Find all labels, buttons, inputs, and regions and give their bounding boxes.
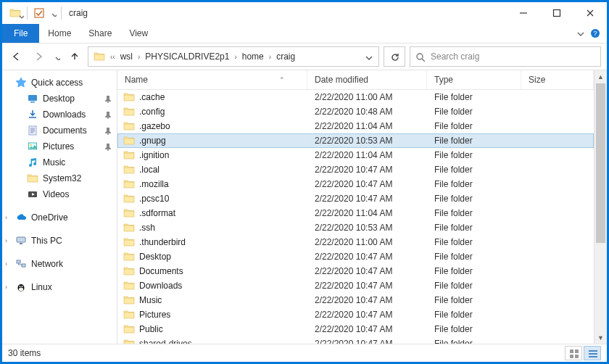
breadcrumb-dropdown-icon[interactable] bbox=[360, 52, 376, 61]
ribbon-tab-home[interactable]: Home bbox=[39, 24, 80, 43]
crumb-home[interactable]: home bbox=[240, 51, 266, 62]
sidebar-item-videos[interactable]: Videos bbox=[2, 186, 117, 202]
close-button[interactable] bbox=[573, 2, 607, 24]
network-icon bbox=[15, 258, 27, 270]
column-header-size[interactable]: Size bbox=[521, 70, 594, 89]
file-row[interactable]: Documents2/22/2020 10:47 AMFile folder bbox=[117, 264, 594, 278]
file-row[interactable]: .config2/22/2020 10:48 AMFile folder bbox=[117, 104, 594, 119]
downloads-icon bbox=[27, 109, 38, 120]
sidebar-item-music[interactable]: Music bbox=[2, 154, 117, 170]
nav-history-dropdown[interactable] bbox=[51, 46, 62, 67]
chevron-right-icon[interactable]: › bbox=[5, 237, 7, 244]
column-header-type[interactable]: Type bbox=[427, 70, 521, 89]
folder-icon bbox=[123, 164, 135, 175]
file-row[interactable]: .sdformat2/22/2020 11:04 AMFile folder bbox=[117, 206, 594, 220]
cloud-icon bbox=[15, 212, 27, 223]
view-large-icons-button[interactable] bbox=[565, 346, 582, 360]
pin-icon bbox=[102, 110, 111, 119]
column-header-name[interactable]: Name ⌃ bbox=[117, 70, 307, 89]
sidebar-linux[interactable]: › Linux bbox=[2, 279, 117, 295]
pc-icon bbox=[15, 235, 27, 247]
ribbon-expand-icon[interactable] bbox=[575, 28, 585, 38]
navigation-pane[interactable]: Quick access DesktopDownloadsDocumentsPi… bbox=[2, 70, 117, 344]
nav-back-button[interactable] bbox=[8, 46, 25, 67]
file-name: .ssh bbox=[139, 223, 155, 233]
column-label: Type bbox=[434, 75, 453, 85]
folder-icon bbox=[123, 135, 135, 146]
file-row[interactable]: .gnupg2/22/2020 10:53 AMFile folder bbox=[117, 133, 594, 148]
search-input[interactable] bbox=[429, 51, 596, 62]
maximize-button[interactable] bbox=[540, 2, 573, 24]
file-row[interactable]: .pcsc102/22/2020 10:47 AMFile folder bbox=[117, 191, 594, 206]
file-row[interactable]: .ignition2/22/2020 11:04 AMFile folder bbox=[117, 148, 594, 162]
file-date: 2/22/2020 10:47 AM bbox=[307, 266, 427, 276]
scroll-down-button[interactable]: ▼ bbox=[594, 331, 607, 344]
chevron-right-icon[interactable]: › bbox=[136, 53, 141, 61]
file-name: .gnupg bbox=[139, 136, 166, 146]
sidebar-item-label: Documents bbox=[43, 125, 87, 136]
file-row[interactable]: shared-drives2/22/2020 10:47 AMFile fold… bbox=[117, 336, 594, 344]
sidebar-item-label: Downloads bbox=[43, 109, 86, 120]
ribbon-tab-view[interactable]: View bbox=[120, 24, 157, 43]
sidebar-item-desktop[interactable]: Desktop bbox=[2, 91, 117, 107]
vertical-scrollbar[interactable]: ▲ ▼ bbox=[594, 70, 607, 344]
file-row[interactable]: .thunderbird2/22/2020 11:00 AMFile folde… bbox=[117, 235, 594, 249]
sidebar-network[interactable]: › Network bbox=[2, 256, 117, 272]
refresh-button[interactable] bbox=[384, 46, 405, 67]
sidebar-item-system32[interactable]: System32 bbox=[2, 170, 117, 186]
file-row[interactable]: .mozilla2/22/2020 10:47 AMFile folder bbox=[117, 177, 594, 191]
chevron-right-icon[interactable]: › bbox=[5, 214, 7, 221]
qat-properties-icon[interactable] bbox=[30, 4, 48, 22]
chevron-right-icon[interactable]: › bbox=[268, 53, 273, 61]
scroll-thumb[interactable] bbox=[596, 83, 605, 243]
sidebar-quick-access[interactable]: Quick access bbox=[2, 75, 117, 91]
ribbon-file-tab[interactable]: File bbox=[2, 24, 39, 43]
file-name: .pcsc10 bbox=[139, 194, 169, 204]
file-name: .config bbox=[139, 107, 165, 117]
crumb-label: home bbox=[242, 51, 264, 62]
breadcrumb-root-icon[interactable] bbox=[91, 51, 107, 62]
nav-forward-button[interactable] bbox=[30, 46, 47, 67]
chevron-right-icon[interactable]: › bbox=[5, 260, 7, 268]
folder-icon bbox=[123, 178, 135, 190]
file-row[interactable]: .ssh2/22/2020 10:53 AMFile folder bbox=[117, 220, 594, 235]
file-row[interactable]: Music2/22/2020 10:47 AMFile folder bbox=[117, 293, 594, 307]
file-row[interactable]: .gazebo2/22/2020 11:04 AMFile folder bbox=[117, 119, 594, 133]
sidebar-onedrive[interactable]: › OneDrive bbox=[2, 210, 117, 226]
sidebar-this-pc[interactable]: › This PC bbox=[2, 233, 117, 249]
sidebar-item-pictures[interactable]: Pictures bbox=[2, 138, 117, 154]
sort-asc-icon: ⌃ bbox=[279, 76, 307, 83]
crumb-craig[interactable]: craig bbox=[274, 51, 297, 62]
sidebar-item-documents[interactable]: Documents bbox=[2, 123, 117, 138]
file-row[interactable]: Pictures2/22/2020 10:47 AMFile folder bbox=[117, 307, 594, 322]
file-type: File folder bbox=[427, 237, 521, 247]
chevron-right-icon[interactable]: › bbox=[233, 53, 238, 61]
folder-icon bbox=[123, 294, 135, 306]
crumb-wsl[interactable]: wsl bbox=[118, 51, 135, 62]
file-row[interactable]: .local2/22/2020 10:47 AMFile folder bbox=[117, 162, 594, 177]
file-row[interactable]: Desktop2/22/2020 10:47 AMFile folder bbox=[117, 249, 594, 264]
minimize-button[interactable] bbox=[507, 2, 540, 24]
crumb-drive[interactable]: PHYSICALDRIVE2p1 bbox=[143, 51, 231, 62]
file-row[interactable]: Downloads2/22/2020 10:47 AMFile folder bbox=[117, 278, 594, 293]
file-name: Desktop bbox=[139, 252, 171, 262]
file-row[interactable]: Public2/22/2020 10:47 AMFile folder bbox=[117, 322, 594, 336]
breadcrumb[interactable]: ‹‹ wsl › PHYSICALDRIVE2p1 › home › craig bbox=[88, 46, 379, 67]
status-bar: 30 items bbox=[2, 344, 607, 362]
file-date: 2/22/2020 10:47 AM bbox=[307, 165, 427, 175]
help-icon[interactable] bbox=[589, 28, 601, 39]
column-header-date[interactable]: Date modified bbox=[307, 70, 427, 89]
sidebar-item-downloads[interactable]: Downloads bbox=[2, 107, 117, 123]
chevron-right-icon[interactable]: › bbox=[5, 284, 7, 291]
scroll-up-button[interactable]: ▲ bbox=[594, 70, 607, 83]
qat-dropdown-icon[interactable] bbox=[48, 4, 58, 22]
file-name: .mozilla bbox=[139, 179, 169, 189]
view-details-button[interactable] bbox=[584, 346, 601, 360]
status-item-count: 30 items bbox=[8, 348, 41, 358]
file-list-view[interactable]: Name ⌃ Date modified Type Size .cache2/2… bbox=[117, 70, 594, 344]
file-row[interactable]: .cache2/22/2020 11:00 AMFile folder bbox=[117, 90, 594, 104]
search-box[interactable] bbox=[410, 46, 601, 67]
nav-up-button[interactable] bbox=[66, 46, 83, 67]
chevron-left-icon[interactable]: ‹‹ bbox=[109, 53, 117, 61]
ribbon-tab-share[interactable]: Share bbox=[80, 24, 120, 43]
